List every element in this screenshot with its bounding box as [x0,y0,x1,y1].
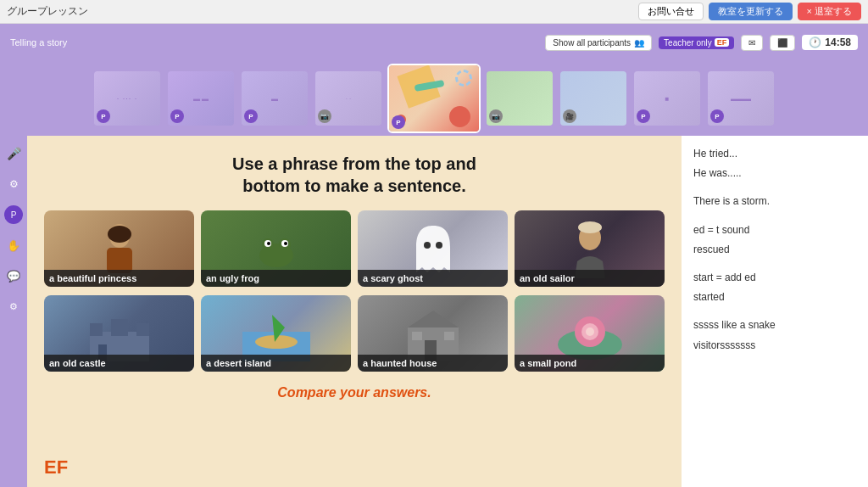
image-card-pond[interactable]: a small pond [515,295,665,372]
clock-icon: 🕐 [809,36,821,48]
mail-icon-button[interactable]: ✉ [741,35,763,51]
thumb-badge-5: P [392,115,405,129]
shape-red [449,106,470,127]
frog-svg [251,226,302,272]
princess-label: a beautiful princess [44,270,194,287]
slide-thumbnail-8[interactable]: ■ P [632,70,702,127]
note-line-1: He tried... [693,146,856,162]
thumb-badge-8: P [637,109,650,123]
thumb-badge-4: 📷 [318,109,331,123]
slide-thumbnail-6[interactable]: 📷 [485,70,554,127]
sub-bar: Telling a story Show all participants 👥 … [0,24,868,61]
app-title: グループレッスン [7,4,88,19]
slide-thumbnail-7[interactable]: 🎥 [559,70,628,127]
haunted-label: a haunted house [358,355,508,372]
slide-thumbnail-1[interactable]: · ··· · P [92,70,162,127]
top-bar-buttons: お問い合せ 教室を更新する × 退室する [638,3,861,20]
image-grid-bottom: an old castle a desert island [44,295,665,372]
settings-icon[interactable]: ⚙ [4,175,23,193]
ef-logo: EF [44,456,68,479]
teacher-only-badge: Teacher only EF [659,36,734,49]
note-line-3: There is a storm. [693,193,856,210]
chat-icon[interactable]: 💬 [4,266,23,285]
haunted-svg [399,306,467,361]
svg-point-13 [578,221,602,233]
shape-dashed [455,70,472,87]
island-label: a desert island [201,355,351,372]
thumb-badge-6: 📷 [489,109,503,123]
main-area: 🎤 ⚙ P ✋ 💬 ⚙ Use a phrase from the top an… [0,136,868,487]
ghost-label: a scary ghost [358,270,508,287]
castle-label: an old castle [44,355,194,372]
svg-marker-22 [408,311,459,327]
participants-icon: 👥 [634,38,644,48]
pond-label: a small pond [515,355,665,372]
note-line-2: He was..... [693,165,856,182]
compare-text: Compare your answers. [277,385,431,400]
mic-icon[interactable]: 🎤 [4,144,23,163]
slide-thumbnail-2[interactable]: ▬ ▬ P [166,70,236,127]
slide-thumbnail-4[interactable]: · · 📷 [314,70,383,127]
person-icon[interactable]: P [4,205,23,224]
svg-rect-15 [90,323,103,336]
note-line-8: sssss like a snake [693,317,856,333]
teacher-only-label: Teacher only [664,38,712,48]
thumb-content-9: ▬▬▬ [731,95,751,103]
frog-label: an ugly frog [201,270,351,287]
svg-rect-25 [444,332,454,340]
svg-rect-16 [136,323,149,336]
svg-rect-17 [111,319,128,336]
image-card-princess[interactable]: a beautiful princess [44,210,194,287]
svg-point-11 [436,242,442,249]
timer-value: 14:58 [825,36,851,48]
left-sidebar: 🎤 ⚙ P ✋ 💬 ⚙ [0,136,27,487]
image-grid-top: a beautiful princess an ugly frog [44,210,665,287]
toggle-button[interactable]: ⬛ [770,35,795,51]
thumb-content-8: ■ [665,95,670,103]
image-card-island[interactable]: a desert island [201,295,351,372]
thumbnail-strip: · ··· · P ▬ ▬ P ▬ P · · 📷 [0,61,868,136]
castle-svg [86,306,153,361]
timer-display: 🕐 14:58 [802,35,858,50]
svg-point-2 [108,226,131,243]
thumb-content-4: · · [346,95,352,103]
image-card-ghost[interactable]: a scary ghost [358,210,508,287]
thumb-badge-2: P [170,109,184,123]
island-svg [242,306,310,361]
svg-point-9 [284,242,287,245]
note-line-5: rescued [693,242,856,258]
image-card-haunted[interactable]: a haunted house [358,295,508,372]
slide-thumbnail-9[interactable]: ▬▬▬ P [706,70,776,127]
svg-point-10 [424,242,431,249]
thumb-content-3: ▬ [271,95,278,103]
lesson-title: Telling a story [10,37,67,48]
gear-icon[interactable]: ⚙ [4,297,23,316]
image-card-castle[interactable]: an old castle [44,295,194,372]
exit-button[interactable]: × 退室する [798,3,861,20]
svg-rect-24 [412,332,422,340]
slide-content: Use a phrase from the top andbottom to m… [27,136,682,487]
ef-badge: EF [715,38,730,47]
slide-thumbnail-5-active[interactable]: P [387,64,481,133]
thumb-badge-1: P [97,109,110,123]
update-classroom-button[interactable]: 教室を更新する [709,3,793,20]
note-line-9: visitorsssssss [693,338,856,354]
thumb-badge-3: P [244,109,258,123]
pond-svg [556,306,624,361]
image-card-frog[interactable]: an ugly frog [201,210,351,287]
thumb-badge-9: P [710,109,724,123]
svg-point-8 [267,242,270,245]
note-line-7: started [693,289,856,305]
show-all-participants-button[interactable]: Show all participants 👥 [545,35,652,51]
hand-icon[interactable]: ✋ [4,236,23,255]
sailor-label: an old sailor [515,270,665,287]
right-panel: He tried... He was..... There is a storm… [682,136,868,487]
slide-heading: Use a phrase from the top andbottom to m… [232,153,476,197]
thumb-dots-1: · ··· · [117,94,138,103]
image-card-sailor[interactable]: an old sailor [515,210,665,287]
contact-button[interactable]: お問い合せ [638,3,704,20]
slide-thumbnail-3[interactable]: ▬ P [240,70,309,127]
sub-bar-right: Show all participants 👥 Teacher only EF … [545,35,858,51]
ghost-svg [412,221,454,277]
thumb-content-2: ▬ ▬ [193,95,209,103]
